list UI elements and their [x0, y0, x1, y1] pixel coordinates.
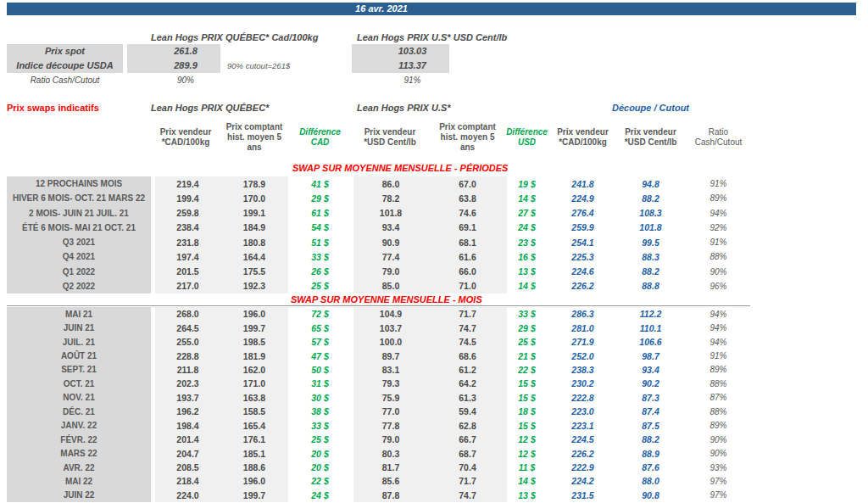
usd-vendeur-value: 77.8	[352, 419, 428, 433]
ratio-value: 94%	[682, 335, 754, 349]
difference-cad-value: 33 $	[288, 249, 352, 264]
row-label: SEPT. 21	[7, 363, 151, 377]
ratio-value: 90%	[682, 265, 754, 279]
cad-comptant-value: 192.3	[220, 279, 288, 293]
difference-cad-value: 33 $	[288, 419, 352, 433]
table-row: JUIN 22 224.0 199.7 24 $ 87.8 74.7 13 $ …	[7, 489, 754, 502]
difference-usd-value: 33 $	[507, 307, 547, 321]
report-date: 16 avr. 2021	[355, 3, 408, 14]
usd-comptant-value: 69.1	[428, 221, 507, 235]
section-title-periodes: SWAP SUR MOYENNE MENSUELLE - PÉRIODES	[292, 161, 508, 175]
cutout-cad-value: 225.3	[547, 249, 619, 264]
difference-usd-value: 25 $	[507, 335, 547, 349]
cad-comptant-value: 181.9	[220, 349, 288, 362]
cutout-cad-value: 271.9	[547, 335, 619, 349]
usd-comptant-value: 68.1	[428, 235, 507, 249]
table-row: NOV. 21 193.7 163.8 30 $ 75.9 61.3 15 $ …	[7, 391, 754, 405]
table-row: Q1 2022 201.5 175.5 26 $ 79.0 66.0 13 $ …	[7, 265, 754, 279]
col-header-usd-comptant: Prix comptant hist. moyen 5 ans	[428, 116, 507, 159]
difference-usd-value: 15 $	[507, 377, 547, 390]
difference-cad-value: 57 $	[288, 335, 352, 349]
cad-comptant-value: 176.1	[220, 433, 288, 446]
difference-usd-value: 11 $	[507, 461, 547, 474]
cad-vendeur-value: 201.5	[151, 265, 220, 279]
cad-vendeur-value: 255.0	[151, 335, 220, 349]
usd-comptant-value: 70.4	[428, 461, 507, 474]
usd-comptant-value: 71.7	[428, 307, 507, 321]
cutout-usd-value: 99.5	[619, 235, 682, 249]
cutout-usd-value: 90.2	[619, 377, 682, 390]
cutout-usd-value: 87.6	[619, 461, 682, 474]
cutout-cad-value: 281.0	[547, 321, 619, 334]
usd-comptant-value: 66.7	[428, 433, 507, 446]
ratio-value: 96%	[682, 279, 754, 293]
row-label: MAI 21	[7, 307, 151, 321]
col-header-cutout-cad: Prix vendeur *CAD/100kg	[547, 116, 619, 159]
usd-vendeur-value: 77.4	[352, 249, 428, 264]
cad-vendeur-value: 224.0	[151, 489, 220, 502]
cutout-cad-value: 222.9	[547, 461, 619, 474]
usd-vendeur-value: 100.0	[352, 335, 428, 349]
table-row: JUIN 21 264.5 199.7 65 $ 103.7 74.7 29 $…	[7, 321, 754, 334]
group-quebec-title: Lean Hogs PRIX QUÉBEC*	[151, 102, 288, 115]
ratio-value: 88%	[682, 405, 754, 418]
usd-comptant-value: 61.3	[428, 391, 507, 405]
cutout-cad-value: 276.4	[547, 206, 619, 221]
cutout-cad-value: 224.5	[547, 433, 619, 446]
table-row: AVR. 22 208.5 188.6 20 $ 81.7 70.4 11 $ …	[7, 461, 754, 474]
cutout-usd-value: 110.1	[619, 321, 682, 334]
cad-vendeur-value: 201.4	[151, 433, 220, 446]
difference-cad-value: 65 $	[288, 321, 352, 334]
table-row: Q2 2022 217.0 192.3 25 $ 85.0 71.0 14 $ …	[7, 279, 754, 293]
difference-cad-value: 20 $	[288, 446, 352, 460]
difference-usd-value: 29 $	[507, 321, 547, 334]
difference-cad-value: 38 $	[288, 405, 352, 418]
cutout-cad-value: 252.0	[547, 349, 619, 362]
usd-comptant-value: 64.2	[428, 377, 507, 390]
cutout-cad-value: 254.1	[547, 235, 619, 249]
cad-comptant-value: 199.1	[220, 206, 288, 221]
usd-vendeur-value: 89.7	[352, 349, 428, 362]
col-header-ratio: Ratio Cash/Cutout	[682, 116, 754, 159]
difference-cad-value: 72 $	[288, 307, 352, 321]
difference-cad-value: 61 $	[288, 206, 352, 221]
ratio-row-label: Ratio Cash/Cutout	[7, 73, 123, 87]
difference-cad-value: 50 $	[288, 363, 352, 377]
cutout-cad-value: 223.1	[547, 419, 619, 433]
cad-vendeur-value: 219.4	[151, 176, 220, 191]
cad-comptant-value: 170.0	[220, 191, 288, 205]
usd-vendeur-value: 85.6	[352, 474, 428, 488]
ratio-value: 94%	[682, 206, 754, 221]
cutout-usd-value: 87.3	[619, 391, 682, 405]
difference-cad-value: 47 $	[288, 349, 352, 362]
cad-comptant-value: 199.7	[220, 321, 288, 334]
difference-cad-value: 41 $	[288, 176, 352, 191]
cutout-cad-value: 259.9	[547, 221, 619, 235]
row-label: NOV. 21	[7, 391, 151, 405]
cad-comptant-value: 198.5	[220, 335, 288, 349]
difference-usd-value: 15 $	[507, 391, 547, 405]
cad-vendeur-value: 193.7	[151, 391, 220, 405]
cutout-usd-value: 108.3	[619, 206, 682, 221]
cutout-usd-value: 93.4	[619, 363, 682, 377]
spot-qc-value: 261.8	[127, 44, 220, 59]
difference-usd-value: 21 $	[507, 349, 547, 362]
difference-cad-value: 31 $	[288, 377, 352, 390]
cad-vendeur-value: 228.8	[151, 349, 220, 362]
difference-usd-value: 18 $	[507, 405, 547, 418]
cad-vendeur-value: 199.4	[151, 191, 220, 205]
table-row: ÉTÉ 6 MOIS- MAI 21 OCT. 21 238.4 184.9 5…	[7, 221, 754, 235]
cutout-usd-value: 88.9	[619, 446, 682, 460]
cad-comptant-value: 185.1	[220, 446, 288, 460]
cad-comptant-value: 196.0	[220, 474, 288, 488]
difference-cad-value: 20 $	[288, 461, 352, 474]
row-label: 2 MOIS- JUIN 21 JUIL. 21	[7, 206, 151, 221]
col-header-cad-vendeur: Prix vendeur *CAD/100kg	[151, 116, 220, 159]
ratio-value: 89%	[682, 363, 754, 377]
cad-vendeur-value: 202.3	[151, 377, 220, 390]
ratio-value: 88%	[682, 377, 754, 390]
cutout-usd-value: 98.7	[619, 349, 682, 362]
difference-usd-value: 12 $	[507, 446, 547, 460]
difference-cad-value: 24 $	[288, 489, 352, 502]
usd-vendeur-value: 79.0	[352, 265, 428, 279]
